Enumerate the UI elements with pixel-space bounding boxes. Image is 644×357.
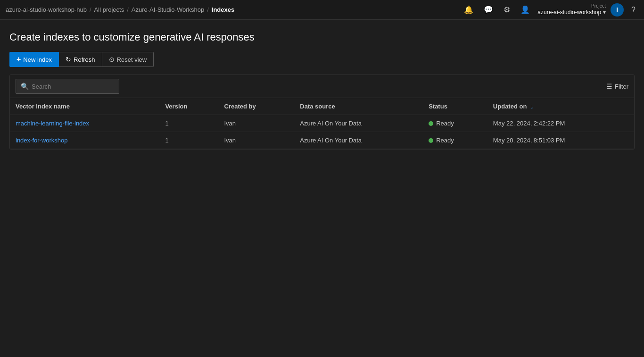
search-input[interactable]: [32, 83, 114, 90]
table-row: index-for-workshop1IvanAzure AI On Your …: [10, 132, 634, 149]
status-badge: Ready: [436, 120, 454, 127]
topbar-actions: 🔔 💬 ⚙ 👤 Project azure-ai-studio-workshop…: [461, 3, 638, 17]
status-badge: Ready: [436, 137, 454, 144]
table-header-row: Vector index name Version Created by Dat…: [10, 98, 634, 115]
created-by-cell: Ivan: [219, 115, 295, 132]
filter-icon: ☰: [606, 83, 612, 90]
table-row: machine-learning-file-index1IvanAzure AI…: [10, 115, 634, 132]
user-icon: 👤: [520, 6, 530, 14]
chevron-down-icon: ▾: [603, 9, 606, 17]
reset-view-label: Reset view: [117, 56, 147, 63]
filter-button[interactable]: ☰ Filter: [606, 83, 628, 90]
col-header-status: Status: [423, 98, 487, 115]
updated-on-label: Updated on: [493, 103, 527, 110]
created-by-cell: Ivan: [219, 132, 295, 149]
status-cell: Ready: [423, 115, 487, 132]
data-source-cell: Azure AI On Your Data: [294, 115, 423, 132]
main-content: Create indexes to customize generative A…: [0, 20, 644, 149]
notification-bell-button[interactable]: 🔔: [461, 3, 476, 16]
reset-view-button[interactable]: ⊙ Reset view: [102, 52, 154, 67]
indexes-content-area: 🔍 ☰ Filter Vector index name Version Cre…: [9, 75, 635, 149]
updated-on-cell: May 22, 2024, 2:42:22 PM: [487, 115, 634, 132]
col-header-name: Vector index name: [10, 98, 159, 115]
breadcrumb-workshop[interactable]: Azure-AI-Studio-Workshop: [132, 6, 204, 13]
new-index-button[interactable]: + New index: [9, 52, 59, 67]
updated-on-cell: May 20, 2024, 8:51:03 PM: [487, 132, 634, 149]
reset-icon: ⊙: [109, 56, 115, 63]
plus-icon: +: [17, 55, 21, 64]
indexes-table: Vector index name Version Created by Dat…: [10, 98, 634, 149]
chat-button[interactable]: 💬: [481, 3, 496, 16]
gear-icon: ⚙: [504, 6, 510, 14]
col-header-created-by: Created by: [219, 98, 295, 115]
version-cell: 1: [159, 132, 218, 149]
help-button[interactable]: ?: [628, 4, 638, 16]
bell-icon: 🔔: [464, 6, 473, 14]
page-title: Create indexes to customize generative A…: [9, 31, 635, 43]
sort-desc-icon: ↓: [530, 103, 534, 110]
status-cell: Ready: [423, 132, 487, 149]
data-source-cell: Azure AI On Your Data: [294, 132, 423, 149]
settings-button[interactable]: ⚙: [501, 3, 513, 16]
project-label-text: Project: [537, 3, 606, 9]
breadcrumb-indexes: Indexes: [212, 6, 234, 13]
toolbar: + New index ↻ Refresh ⊙ Reset view: [9, 52, 635, 67]
refresh-icon: ↻: [66, 56, 71, 63]
col-header-version: Version: [159, 98, 218, 115]
breadcrumb-all-projects[interactable]: All projects: [94, 6, 124, 13]
user-profile-button[interactable]: 👤: [518, 3, 533, 16]
filter-label: Filter: [615, 83, 628, 90]
breadcrumb-hub[interactable]: azure-ai-studio-workshop-hub: [6, 6, 87, 13]
topbar: azure-ai-studio-workshop-hub / All proje…: [0, 0, 644, 20]
refresh-button[interactable]: ↻ Refresh: [59, 52, 102, 67]
new-index-label: New index: [23, 56, 52, 63]
index-name-link[interactable]: index-for-workshop: [16, 137, 68, 144]
help-icon: ?: [631, 6, 636, 14]
status-dot-icon: [429, 121, 433, 126]
version-cell: 1: [159, 115, 218, 132]
col-header-data-source: Data source: [294, 98, 423, 115]
search-box[interactable]: 🔍: [16, 79, 119, 94]
avatar[interactable]: I: [611, 3, 624, 17]
project-name: azure-ai-studio-workshop: [537, 9, 601, 17]
col-header-updated-on[interactable]: Updated on ↓: [487, 98, 634, 115]
breadcrumb: azure-ai-studio-workshop-hub / All proje…: [6, 6, 234, 13]
status-dot-icon: [429, 138, 433, 143]
search-icon: 🔍: [21, 83, 29, 90]
project-selector[interactable]: Project azure-ai-studio-workshop ▾: [537, 3, 606, 17]
chat-icon: 💬: [484, 6, 493, 14]
refresh-label: Refresh: [74, 56, 95, 63]
index-name-link[interactable]: machine-learning-file-index: [16, 120, 89, 127]
